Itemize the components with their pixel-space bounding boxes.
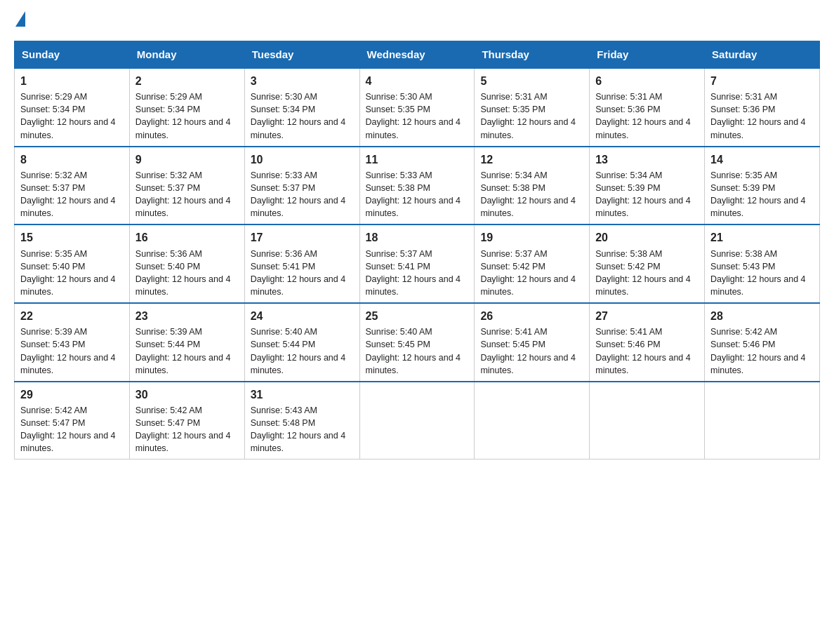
calendar-week-row: 1Sunrise: 5:29 AMSunset: 5:34 PMDaylight… [15,68,820,147]
daylight-text: Daylight: 12 hours and 4 minutes. [710,353,806,375]
daylight-text: Daylight: 12 hours and 4 minutes. [366,353,461,375]
sunset-text: Sunset: 5:44 PM [135,340,200,349]
daylight-text: Daylight: 12 hours and 4 minutes. [595,353,691,375]
sunrise-text: Sunrise: 5:31 AM [595,92,662,102]
day-number: 7 [710,73,814,89]
header-monday: Monday [129,41,244,69]
day-number: 19 [480,229,583,246]
day-number: 8 [20,152,124,168]
sunrise-text: Sunrise: 5:35 AM [20,249,87,259]
sunset-text: Sunset: 5:41 PM [366,262,430,271]
day-number: 4 [366,73,469,89]
sunset-text: Sunset: 5:34 PM [135,105,200,114]
sunrise-text: Sunrise: 5:43 AM [251,405,317,415]
day-number: 6 [595,73,699,89]
calendar-cell: 12Sunrise: 5:34 AMSunset: 5:38 PMDayligh… [475,147,590,225]
day-number: 15 [20,229,124,246]
sunset-text: Sunset: 5:37 PM [20,183,85,193]
daylight-text: Daylight: 12 hours and 4 minutes. [20,274,116,297]
sunset-text: Sunset: 5:43 PM [20,340,85,349]
sunrise-text: Sunrise: 5:30 AM [251,92,317,102]
day-number: 31 [251,387,354,403]
daylight-text: Daylight: 12 hours and 4 minutes. [135,117,231,140]
sunrise-text: Sunrise: 5:41 AM [595,327,662,337]
sunset-text: Sunset: 5:42 PM [480,262,545,271]
sunset-text: Sunset: 5:38 PM [480,183,545,193]
calendar-cell: 10Sunrise: 5:33 AMSunset: 5:37 PMDayligh… [244,147,359,225]
header-thursday: Thursday [475,41,590,69]
sunrise-text: Sunrise: 5:36 AM [135,249,202,259]
sunrise-text: Sunrise: 5:39 AM [135,327,202,337]
calendar-cell [359,382,475,459]
daylight-text: Daylight: 12 hours and 4 minutes. [710,117,806,140]
sunrise-text: Sunrise: 5:33 AM [251,170,317,180]
calendar-cell: 16Sunrise: 5:36 AMSunset: 5:40 PMDayligh… [129,224,244,303]
sunrise-text: Sunrise: 5:32 AM [20,170,87,180]
daylight-text: Daylight: 12 hours and 4 minutes. [251,431,346,453]
sunset-text: Sunset: 5:34 PM [251,105,315,114]
day-number: 3 [251,73,354,89]
header-tuesday: Tuesday [244,41,359,69]
daylight-text: Daylight: 12 hours and 4 minutes. [366,117,461,140]
calendar-cell: 7Sunrise: 5:31 AMSunset: 5:36 PMDaylight… [705,68,820,147]
day-number: 20 [595,229,699,246]
sunset-text: Sunset: 5:35 PM [480,105,545,114]
logo-triangle-icon [15,11,25,27]
calendar-cell: 5Sunrise: 5:31 AMSunset: 5:35 PMDaylight… [475,68,590,147]
daylight-text: Daylight: 12 hours and 4 minutes. [135,353,231,375]
sunrise-text: Sunrise: 5:41 AM [480,327,547,337]
daylight-text: Daylight: 12 hours and 4 minutes. [595,117,691,140]
day-number: 18 [366,229,469,246]
sunset-text: Sunset: 5:46 PM [595,340,660,349]
sunrise-text: Sunrise: 5:35 AM [710,170,777,180]
calendar-week-row: 22Sunrise: 5:39 AMSunset: 5:43 PMDayligh… [15,303,820,382]
daylight-text: Daylight: 12 hours and 4 minutes. [251,117,346,140]
day-number: 11 [366,152,469,168]
daylight-text: Daylight: 12 hours and 4 minutes. [710,196,806,218]
daylight-text: Daylight: 12 hours and 4 minutes. [20,431,116,453]
day-number: 27 [595,308,699,324]
header-row: SundayMondayTuesdayWednesdayThursdayFrid… [15,41,820,69]
calendar-cell: 11Sunrise: 5:33 AMSunset: 5:38 PMDayligh… [359,147,475,225]
sunrise-text: Sunrise: 5:31 AM [480,92,547,102]
calendar-cell: 8Sunrise: 5:32 AMSunset: 5:37 PMDaylight… [15,147,130,225]
daylight-text: Daylight: 12 hours and 4 minutes. [251,353,346,375]
calendar-cell: 20Sunrise: 5:38 AMSunset: 5:42 PMDayligh… [590,224,705,303]
sunrise-text: Sunrise: 5:29 AM [20,92,87,102]
day-number: 17 [251,229,354,246]
day-number: 30 [135,387,239,403]
day-number: 26 [480,308,583,324]
calendar-week-row: 29Sunrise: 5:42 AMSunset: 5:47 PMDayligh… [15,382,820,459]
sunrise-text: Sunrise: 5:36 AM [251,249,317,259]
day-number: 9 [135,152,239,168]
calendar-cell: 6Sunrise: 5:31 AMSunset: 5:36 PMDaylight… [590,68,705,147]
sunrise-text: Sunrise: 5:40 AM [366,327,432,337]
sunrise-text: Sunrise: 5:38 AM [595,249,662,259]
calendar-cell: 2Sunrise: 5:29 AMSunset: 5:34 PMDaylight… [129,68,244,147]
calendar-cell: 30Sunrise: 5:42 AMSunset: 5:47 PMDayligh… [129,382,244,459]
sunrise-text: Sunrise: 5:42 AM [710,327,777,337]
header-wednesday: Wednesday [359,41,475,69]
day-number: 1 [20,73,124,89]
sunset-text: Sunset: 5:44 PM [251,340,315,349]
sunrise-text: Sunrise: 5:42 AM [135,405,202,415]
daylight-text: Daylight: 12 hours and 4 minutes. [20,353,116,375]
sunrise-text: Sunrise: 5:42 AM [20,405,87,415]
daylight-text: Daylight: 12 hours and 4 minutes. [595,274,691,297]
daylight-text: Daylight: 12 hours and 4 minutes. [251,196,346,218]
sunset-text: Sunset: 5:47 PM [135,418,200,428]
page-header [14,14,820,27]
day-number: 28 [710,308,814,324]
calendar-week-row: 8Sunrise: 5:32 AMSunset: 5:37 PMDaylight… [15,147,820,225]
calendar-cell [705,382,820,459]
sunset-text: Sunset: 5:39 PM [595,183,660,193]
sunset-text: Sunset: 5:39 PM [710,183,775,193]
daylight-text: Daylight: 12 hours and 4 minutes. [480,196,576,218]
calendar-cell: 17Sunrise: 5:36 AMSunset: 5:41 PMDayligh… [244,224,359,303]
calendar-cell: 3Sunrise: 5:30 AMSunset: 5:34 PMDaylight… [244,68,359,147]
sunset-text: Sunset: 5:46 PM [710,340,775,349]
daylight-text: Daylight: 12 hours and 4 minutes. [366,196,461,218]
calendar-cell [475,382,590,459]
daylight-text: Daylight: 12 hours and 4 minutes. [480,117,576,140]
sunrise-text: Sunrise: 5:32 AM [135,170,202,180]
